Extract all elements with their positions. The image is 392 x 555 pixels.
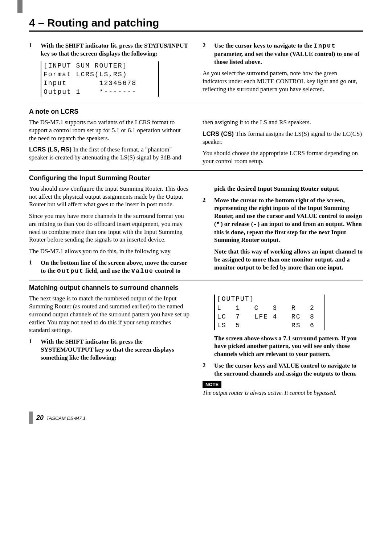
section-configuring-columns: You should now configure the Input Summi… (29, 185, 363, 275)
note-badge: NOTE (203, 381, 221, 388)
paragraph: The DS-M7.1 allows you to do this, in th… (29, 247, 189, 255)
section-intro-columns: 1 With the SHIFT indicator lit, press th… (29, 42, 363, 99)
step-2: 2 Move the cursor to the bottom right of… (203, 197, 363, 272)
step-1: 1 With the SHIFT indicator lit, press th… (29, 42, 189, 58)
page-number: 20 (36, 414, 44, 421)
step-text: Use the cursor keys to navigate to the I… (214, 42, 363, 66)
subheading-configuring: Configuring the Input Summing Router (29, 174, 363, 182)
footer-text: 20 TASCAM DS-M7.1 (36, 414, 86, 422)
page: 4 – Routing and patching 1 With the SHIF… (0, 0, 392, 438)
paragraph: You should now configure the Input Summi… (29, 185, 189, 208)
section-lcrs-columns: The DS-M7.1 supports two variants of the… (29, 118, 363, 165)
chapter-heading: 4 – Routing and patching (29, 15, 363, 32)
step-text: Move the cursor to the bottom right of t… (214, 197, 363, 272)
paragraph: As you select the surround pattern, note… (203, 69, 363, 93)
step-text: The screen above shows a 7.1 surround pa… (214, 335, 363, 358)
step-text: With the SHIFT indicator lit, press the … (41, 42, 189, 58)
paragraph: You should choose the appropriate LCRS f… (203, 149, 363, 165)
step-number: 2 (203, 197, 214, 272)
divider (29, 280, 363, 280)
side-tab (17, 0, 23, 13)
step-number (203, 335, 214, 358)
step-number: 1 (29, 338, 41, 361)
paragraph: The next stage is to match the numbered … (29, 295, 189, 334)
note-block: NOTE The output router is always active.… (203, 381, 363, 397)
step-2: 2 Use the cursor keys and VALUE control … (203, 362, 363, 378)
lcd-output: [OUTPUT] L 1 C 3 R 2 LC 7 LFE 4 RC 8 LS … (214, 295, 325, 330)
step-number: 2 (203, 362, 214, 378)
subheading-matching: Matching output channels to surround cha… (29, 284, 363, 292)
note-text: The output router is always active. It c… (203, 389, 363, 397)
paragraph: LCRS (CS) This format assigns the LS(S) … (203, 130, 363, 146)
paragraph: Since you may have more channels in the … (29, 212, 189, 244)
step-1: 1 With the SHIFT indicator lit, press th… (29, 338, 189, 361)
step-1-continued: The screen above shows a 7.1 surround pa… (203, 335, 363, 358)
footer-bar (29, 412, 33, 424)
model-name: TASCAM DS-M7.1 (45, 416, 86, 421)
step-2: 2 Use the cursor keys to navigate to the… (203, 42, 363, 66)
step-number: 2 (203, 42, 214, 66)
paragraph: The DS-M7.1 supports two variants of the… (29, 118, 189, 142)
step-text: With the SHIFT indicator lit, press the … (41, 338, 189, 361)
section-matching-columns: The next stage is to match the numbered … (29, 295, 363, 397)
divider (29, 170, 363, 171)
divider (29, 104, 363, 104)
step-text: Use the cursor keys and VALUE control to… (214, 362, 363, 378)
step-number: 1 (29, 42, 41, 58)
lcd-input-sum-router: [INPUT SUM ROUTER] Format LCRS(LS,RS) In… (41, 61, 159, 97)
page-footer: 20 TASCAM DS-M7.1 (29, 412, 363, 424)
subheading-lcrs: A note on LCRS (29, 108, 363, 116)
